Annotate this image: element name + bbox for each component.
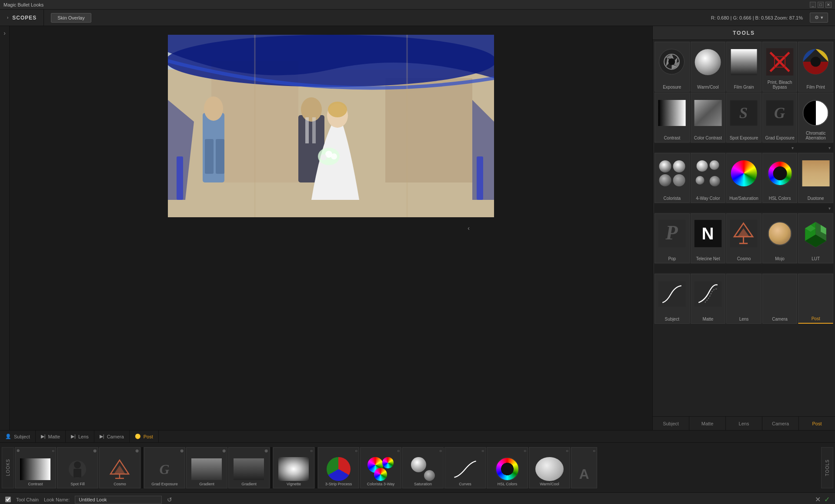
tool-subject-curves[interactable]: Subject [655, 274, 690, 324]
tool-warm-cool[interactable]: Warm/Cool [691, 42, 726, 92]
tool-duotone[interactable]: Duotone [798, 153, 833, 203]
right-collapse-arrow[interactable]: ‹ [468, 225, 470, 232]
tool-hue-sat[interactable]: Hue/Saturation [726, 153, 762, 203]
tab-post[interactable]: Post [799, 417, 835, 430]
tool-hsl-colors[interactable]: HSL Colors [762, 153, 798, 203]
look-name-input[interactable] [75, 496, 162, 504]
tool-lut[interactable]: LUT [798, 213, 833, 263]
subject-section-icon: 👤 [5, 434, 11, 439]
film-3strip-close[interactable]: ○ [355, 448, 357, 453]
film-grad-label: Grad Exposure [151, 482, 178, 486]
mojo-label: Mojo [775, 256, 785, 261]
post-label: Post [812, 316, 820, 321]
tool-lens-empty[interactable]: Lens [726, 274, 762, 324]
tab-camera[interactable]: Camera [762, 417, 799, 430]
tool-4way-color[interactable]: 4-Way Color [691, 153, 726, 203]
scopes-button[interactable]: › SCOPES [0, 10, 44, 26]
film-curves-label: Curves [459, 482, 471, 486]
colorista-icon [658, 157, 686, 189]
film-gradient1[interactable]: ⊗ Gradient [186, 447, 227, 488]
film-warmc[interactable]: ○ Warm/Cool [529, 447, 570, 488]
film-3strip[interactable]: ○ 3-Strip Process [318, 447, 359, 488]
tool-color-contrast[interactable]: Color Contrast [691, 93, 726, 143]
tool-camera-empty[interactable]: Camera [762, 274, 798, 324]
window-controls: _ □ ✕ [810, 2, 832, 8]
svg-point-53 [74, 461, 81, 468]
svg-rect-20 [477, 156, 483, 200]
film-saturation[interactable]: ○ Saturation [402, 447, 444, 488]
film-gradient2-close[interactable]: ⊗ [264, 448, 268, 453]
film-vignette[interactable]: ○ Vignette [273, 447, 314, 488]
maximize-button[interactable]: □ [818, 2, 824, 8]
film-a-close[interactable]: ○ [593, 448, 595, 453]
film-grad-close[interactable]: ⊗ [180, 448, 184, 453]
spot-exposure-icon: S [730, 96, 758, 129]
toolchain-checkbox[interactable] [5, 497, 11, 502]
film-contrast-close[interactable]: ○ [52, 448, 54, 453]
tool-cosmo[interactable]: Cosmo [726, 213, 762, 263]
tool-print-bleach[interactable]: Print, Bleach Bypass [762, 42, 798, 92]
film-warmc-close[interactable]: ○ [566, 448, 568, 453]
film-hsl-close[interactable]: ○ [524, 448, 526, 453]
svg-text:A: A [579, 466, 589, 482]
film-colorista3way[interactable]: ○ Colorista 3-Way [360, 447, 401, 488]
minimize-button[interactable]: _ [810, 2, 816, 8]
film-grad-exposure[interactable]: ⊗ G Grad Exposure [144, 447, 185, 488]
film-curves-close[interactable]: ○ [481, 448, 484, 453]
left-expand-arrow[interactable]: › [3, 30, 6, 36]
tools-title: TOOLS [733, 30, 755, 36]
tools-row-3: Colorista 4-Way Color [655, 153, 833, 203]
tab-lens[interactable]: Lens [726, 417, 762, 430]
skin-overlay-button[interactable]: Skin Overlay [51, 13, 91, 23]
film-curves-icon [449, 457, 481, 482]
color-contrast-icon [694, 96, 721, 129]
tools-row-5: Subject Matte Lens [655, 274, 833, 324]
svg-point-23 [668, 58, 675, 65]
main-area: › [0, 26, 835, 430]
tool-matte-curves[interactable]: Matte [691, 274, 726, 324]
tool-film-print[interactable]: Film Print [798, 42, 833, 92]
film-spot-close[interactable]: ⊗ [93, 448, 97, 453]
film-contrast[interactable]: ○ ⊗ Contrast [15, 447, 56, 488]
color-contrast-label: Color Contrast [694, 136, 722, 140]
film-cosmo[interactable]: ⊗ Cosmo [99, 447, 140, 488]
chromatic-label: Chromatic Aberration [798, 131, 833, 140]
film-gradient1-close[interactable]: ⊗ [222, 448, 226, 453]
film-c3way-close[interactable]: ○ [397, 448, 400, 453]
tool-colorista[interactable]: Colorista [655, 153, 690, 203]
hue-sat-label: Hue/Saturation [729, 196, 758, 201]
film-grad-icon: G [148, 457, 180, 482]
film-section-gap-1 [141, 447, 143, 488]
film-a-item[interactable]: ○ A [571, 447, 597, 488]
tool-spot-exposure[interactable]: S Spot Exposure [726, 93, 762, 143]
warm-cool-label: Warm/Cool [697, 85, 719, 90]
tool-chromatic[interactable]: Chromatic Aberration [798, 93, 833, 143]
tool-mojo[interactable]: Mojo [762, 213, 798, 263]
tool-exposure[interactable]: Exposure [655, 42, 690, 92]
reset-button[interactable]: ↺ [167, 496, 172, 503]
fourway-label: 4-Way Color [696, 196, 720, 201]
tool-film-grain[interactable]: Film Grain [726, 42, 762, 92]
confirm-button[interactable]: ✓ [824, 495, 830, 504]
film-hsl[interactable]: ○ HSL Colors [487, 447, 528, 488]
film-cosmo-close[interactable]: ⊗ [135, 448, 139, 453]
cancel-button[interactable]: ✕ [815, 495, 821, 504]
tool-post-tab[interactable]: Post [798, 274, 833, 324]
camera-label: Camera [772, 317, 788, 322]
film-vignette-close[interactable]: ○ [310, 448, 313, 453]
settings-button[interactable]: ⚙ ▾ [810, 13, 828, 23]
film-gradient2[interactable]: ⊗ Gradient [228, 447, 270, 488]
film-spot-fill[interactable]: ⊗ Spot Fill [57, 447, 98, 488]
tool-pop[interactable]: P Pop [655, 213, 690, 263]
section-label-lens: ▶| Lens [66, 431, 94, 442]
close-button[interactable]: ✕ [825, 2, 832, 8]
tool-grad-exposure[interactable]: G Grad Exposure [762, 93, 798, 143]
film-curves[interactable]: ○ Curves [444, 447, 486, 488]
film-sat-close[interactable]: ○ [439, 448, 442, 453]
film-contrast-enable[interactable]: ⊗ [17, 448, 20, 453]
film-vignette-icon [277, 457, 310, 482]
tool-telecine-net[interactable]: N Telecine Net [691, 213, 726, 263]
tool-contrast[interactable]: Contrast [655, 93, 690, 143]
tab-matte[interactable]: Matte [689, 417, 726, 430]
tab-subject[interactable]: Subject [653, 417, 689, 430]
